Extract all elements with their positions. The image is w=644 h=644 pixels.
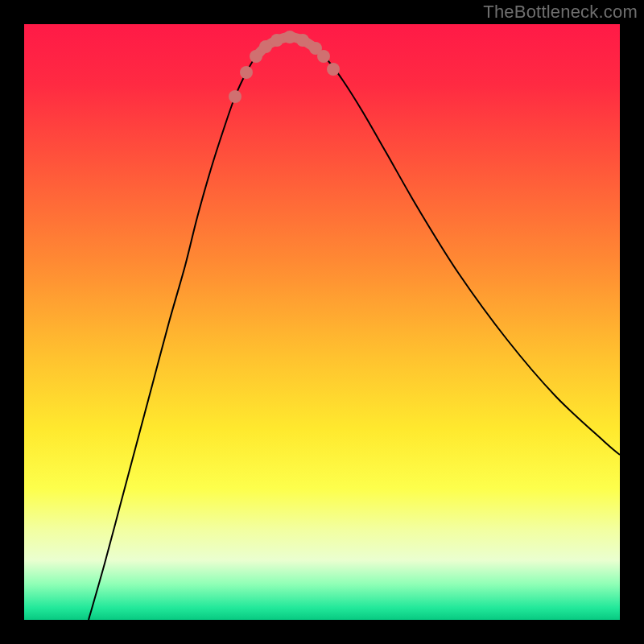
marker-dot: [270, 34, 283, 47]
marker-dot: [296, 34, 309, 47]
marker-dot: [327, 63, 340, 76]
curve-layer: [24, 24, 620, 620]
marker-dot: [240, 66, 253, 79]
marker-dot: [259, 40, 272, 53]
watermark-text: TheBottleneck.com: [483, 2, 638, 23]
chart-frame: TheBottleneck.com: [0, 0, 644, 644]
marker-dot: [250, 50, 262, 63]
marker-dot: [229, 90, 242, 103]
marker-dot: [283, 31, 296, 43]
plot-area: [24, 24, 620, 620]
bottleneck-curve: [89, 37, 620, 620]
marker-dot: [317, 50, 330, 63]
